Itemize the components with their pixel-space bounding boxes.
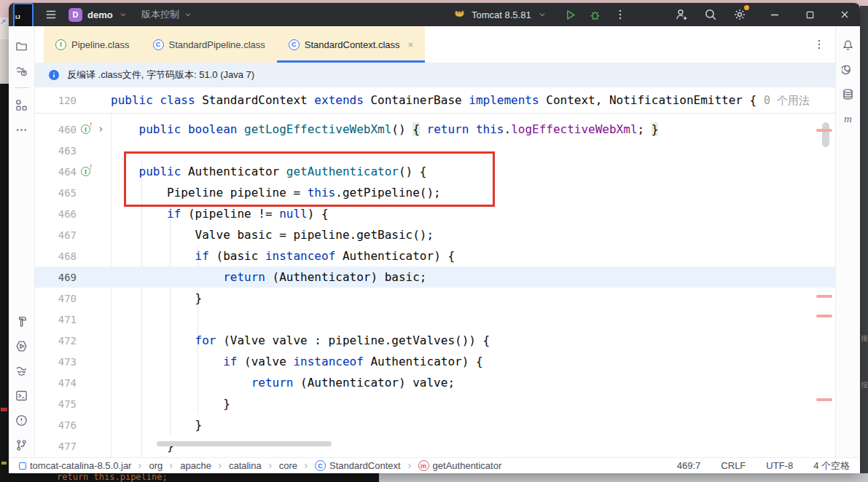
code-line-472[interactable]: 472 for (Valve valve : pipeline.getValve… — [35, 330, 835, 351]
vertical-scrollbar[interactable] — [822, 122, 829, 147]
breadcrumb-item[interactable]: mgetAuthenticator — [418, 460, 502, 471]
maven-m-icon[interactable]: m — [838, 108, 859, 129]
indent-config[interactable]: 4 个空格 — [813, 459, 850, 473]
class-icon: C — [153, 39, 164, 50]
line-number[interactable]: 460 — [35, 124, 77, 135]
run-config-name: Tomcat 8.5.81 — [472, 9, 531, 20]
line-number[interactable]: 471 — [35, 314, 77, 325]
code-line-460[interactable]: 460I↑ public boolean getLogEffectiveWebX… — [35, 119, 835, 140]
breadcrumb-separator-icon — [266, 462, 275, 470]
breadcrumb-item[interactable]: catalina — [229, 460, 262, 471]
code-text: for (Valve valve : pipeline.getValves())… — [109, 333, 490, 347]
vcs-menu[interactable]: 版本控制 — [141, 3, 193, 26]
search-icon[interactable] — [701, 5, 720, 24]
line-number[interactable]: 468 — [35, 250, 77, 262]
line-number[interactable]: 472 — [35, 335, 77, 347]
more-icon[interactable] — [12, 119, 32, 140]
breadcrumb-item[interactable]: apache — [180, 460, 211, 471]
code-line-464[interactable]: 464I↑ public Authenticator getAuthentica… — [35, 161, 835, 182]
code-line-473[interactable]: 473 if (valve instanceof Authenticator) … — [35, 351, 835, 372]
error-stripe-mark[interactable] — [816, 295, 832, 298]
tab-standardcontext-class[interactable]: CStandardContext.class× — [277, 26, 425, 63]
services-icon[interactable] — [12, 360, 32, 381]
terminal-icon[interactable] — [12, 385, 32, 406]
gradle-spiral-icon[interactable] — [838, 59, 859, 79]
code-line-468[interactable]: 468 if (basic instanceof Authenticator) … — [35, 245, 835, 266]
gutter-icons — [77, 90, 109, 111]
background-window-strip — [0, 84, 9, 482]
line-number[interactable]: 464 — [35, 166, 77, 178]
line-number[interactable]: 463 — [35, 145, 77, 157]
tab-standardpipeline-class[interactable]: CStandardPipeline.class — [141, 26, 277, 63]
status-bar: tomcat-catalina-8.5.0.jarorgapachecatali… — [9, 457, 860, 473]
database-icon[interactable] — [838, 84, 859, 104]
project-widget[interactable]: D demo — [69, 3, 128, 26]
breadcrumb-item[interactable]: CStandardContext — [315, 460, 401, 471]
build-hammer-icon[interactable] — [12, 311, 32, 331]
line-number[interactable]: 467 — [35, 229, 77, 241]
breadcrumb-label: StandardContext — [329, 460, 401, 471]
debug-button[interactable] — [585, 5, 604, 24]
code-line-466[interactable]: 466 if (pipeline != null) { — [35, 203, 835, 224]
line-number[interactable]: 473 — [35, 356, 77, 368]
code-with-me-icon[interactable] — [672, 5, 691, 24]
line-number[interactable]: 466 — [35, 208, 77, 220]
code-line-465[interactable]: 465 Pipeline pipeline = this.getPipeline… — [35, 182, 835, 203]
line-number[interactable]: 470 — [35, 293, 77, 304]
code-line-471[interactable]: 471 — [35, 309, 835, 330]
implements-method-icon[interactable]: I↑ — [81, 167, 93, 176]
tab-pipeline-class[interactable]: IPipeline.class — [44, 26, 141, 63]
breadcrumb-item[interactable]: tomcat-catalina-8.5.0.jar — [19, 460, 131, 471]
breadcrumb-item[interactable]: org — [149, 460, 163, 471]
sticky-class-declaration-line[interactable]: 120public class StandardContext extends … — [35, 87, 835, 114]
main-menu-icon[interactable] — [41, 3, 61, 26]
line-number[interactable]: 465 — [35, 187, 77, 199]
notifications-bell-icon[interactable] — [838, 34, 859, 55]
code-line-474[interactable]: 474 return (Authenticator) valve; — [35, 372, 835, 393]
code-line-120[interactable]: 120public class StandardContext extends … — [35, 90, 835, 111]
error-stripe-mark[interactable] — [816, 315, 832, 317]
horizontal-scrollbar[interactable] — [157, 441, 332, 446]
line-separator[interactable]: CRLF — [721, 460, 746, 471]
more-actions-icon[interactable] — [611, 5, 630, 24]
close-tab-icon[interactable]: × — [408, 39, 414, 50]
minimize-button[interactable] — [767, 3, 783, 26]
run-configuration-widget[interactable]: Tomcat 8.5.81 — [453, 3, 547, 26]
code-editor[interactable]: 120public class StandardContext extends … — [35, 87, 835, 457]
code-line-463[interactable]: 463 — [35, 140, 835, 161]
problems-icon[interactable] — [12, 410, 32, 430]
folder-icon[interactable] — [12, 36, 32, 56]
code-line-477[interactable]: 477 } — [35, 435, 835, 457]
caret-position[interactable]: 469:7 — [677, 460, 701, 471]
error-stripe-mark[interactable] — [816, 398, 832, 401]
run-icon[interactable] — [12, 336, 32, 356]
breadcrumb-item[interactable]: core — [279, 460, 297, 471]
line-number[interactable]: 475 — [35, 398, 77, 410]
line-number[interactable]: 474 — [35, 377, 77, 389]
code-line-475[interactable]: 475 } — [35, 393, 835, 414]
close-button[interactable] — [837, 3, 853, 26]
info-icon — [48, 69, 60, 81]
tab-options-icon[interactable] — [813, 39, 825, 53]
breadcrumb-separator-icon — [302, 462, 310, 470]
git-branch-icon[interactable] — [12, 435, 32, 455]
implements-method-icon[interactable]: I↑ — [81, 125, 93, 134]
help-squiggle-icon[interactable] — [12, 60, 32, 81]
line-number[interactable]: 120 — [35, 95, 77, 106]
maximize-button[interactable] — [802, 3, 818, 26]
settings-gear-icon[interactable] — [730, 5, 749, 24]
code-line-470[interactable]: 470 } — [35, 288, 835, 309]
decompiler-banner: 反编译 .class文件, 字节码版本: 51.0 (Java 7) — [35, 63, 835, 87]
line-number[interactable]: 476 — [35, 419, 77, 431]
line-number[interactable]: 477 — [35, 440, 77, 452]
error-stripe-mark[interactable] — [816, 129, 832, 132]
code-line-476[interactable]: 476 } — [35, 414, 835, 435]
code-line-469[interactable]: 469 return (Authenticator) basic; — [35, 266, 835, 288]
file-encoding[interactable]: UTF-8 — [766, 460, 793, 471]
structure-icon[interactable] — [12, 95, 32, 115]
line-number[interactable]: 469 — [35, 272, 77, 283]
fold-chevron-icon[interactable] — [96, 125, 106, 134]
run-button[interactable] — [560, 5, 579, 24]
chevron-down-icon — [118, 9, 128, 20]
code-line-467[interactable]: 467 Valve basic = pipeline.getBasic(); — [35, 224, 835, 245]
